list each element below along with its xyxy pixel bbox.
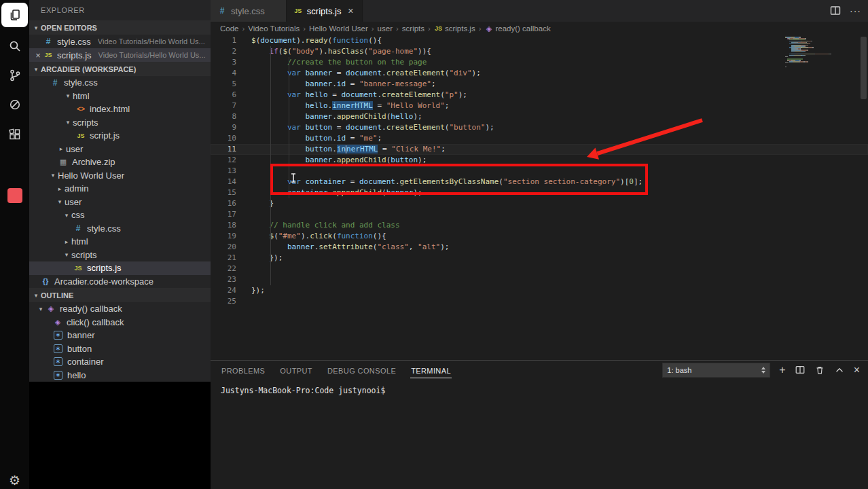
- workspace-tree-item[interactable]: JSscript.js: [29, 129, 211, 143]
- manage-button[interactable]: ⚙: [0, 467, 29, 489]
- breadcrumb-label: ready() callback: [495, 24, 550, 33]
- workspace-tree-item[interactable]: {}Arcadier.code-workspace: [29, 275, 211, 289]
- js-file-icon: JS: [73, 265, 84, 272]
- search-view-button[interactable]: [0, 33, 29, 59]
- extensions-view-button[interactable]: [0, 122, 29, 147]
- code-line[interactable]: 1$(document).ready(function(){: [211, 35, 868, 46]
- code-line[interactable]: 12 banner.appendChild(button);: [211, 155, 868, 166]
- breadcrumb-item[interactable]: Hello World User: [309, 24, 368, 33]
- outline-header[interactable]: ▾ OUTLINE: [29, 288, 211, 302]
- code-line[interactable]: 23: [211, 274, 868, 285]
- code-text: [236, 209, 251, 220]
- tree-item-label: script.js: [90, 130, 120, 141]
- code-line[interactable]: 21 });: [211, 253, 868, 264]
- workspace-tree-item[interactable]: ▾user: [29, 196, 211, 209]
- editor-tab-scripts-js[interactable]: JSscripts.js×: [287, 0, 363, 22]
- explorer-view-button[interactable]: [0, 2, 29, 28]
- code-line[interactable]: 5 banner.id = "banner-message";: [211, 79, 868, 90]
- outline-item[interactable]: ◈click() callback: [29, 316, 211, 329]
- workspace-tree-item[interactable]: <>index.html: [29, 103, 211, 116]
- code-line[interactable]: 17: [211, 209, 868, 220]
- code-text: if($("body").hasClass("page-home")){: [236, 46, 431, 57]
- open-editors-header[interactable]: ▾ OPEN EDITORS: [29, 20, 211, 35]
- line-number: 2: [211, 46, 236, 57]
- open-editor-item[interactable]: #style.cssVideo Tutorials/Hello World Us…: [29, 35, 211, 48]
- terminal-select[interactable]: 1: bash: [662, 363, 770, 378]
- editor-tab-style-css[interactable]: #style.css: [211, 0, 287, 22]
- workspace-header[interactable]: ▾ ARCADIER (WORKSPACE): [29, 62, 211, 76]
- outline-item[interactable]: ▾◈ready() callback: [29, 302, 211, 316]
- close-panel-icon[interactable]: ×: [854, 365, 860, 376]
- code-line[interactable]: 10 button.id = "me";: [211, 133, 868, 144]
- split-terminal-icon[interactable]: [795, 365, 806, 376]
- workspace-tree-item[interactable]: #style.css: [29, 76, 211, 90]
- code-line[interactable]: 16 }: [211, 198, 868, 209]
- panel-tab-problems[interactable]: PROBLEMS: [221, 363, 266, 378]
- code-line[interactable]: 18 // handle click and add class: [211, 220, 868, 231]
- code-line[interactable]: 25: [211, 296, 868, 307]
- maximize-panel-icon[interactable]: [834, 365, 845, 376]
- debug-view-button[interactable]: [0, 92, 29, 117]
- outline-item[interactable]: ∗button: [29, 342, 211, 356]
- panel-tab-debug-console[interactable]: DEBUG CONSOLE: [327, 363, 397, 378]
- line-number: 19: [211, 231, 236, 242]
- code-line[interactable]: 22: [211, 264, 868, 274]
- breadcrumb-item[interactable]: Code: [220, 24, 239, 33]
- breadcrumb-item[interactable]: user: [378, 24, 393, 33]
- html-file-icon: <>: [75, 105, 86, 113]
- new-terminal-icon[interactable]: +: [779, 365, 785, 376]
- code-line[interactable]: 7 hello.innerHTML = "Hello World";: [211, 101, 868, 111]
- code-line[interactable]: 2 if($("body").hasClass("page-home")){: [211, 46, 868, 57]
- breadcrumb-item[interactable]: Video Tutorials: [248, 24, 300, 33]
- workspace-tree-item[interactable]: JSscripts.js: [29, 261, 211, 275]
- close-tab-icon[interactable]: ×: [345, 5, 356, 16]
- code-text: [236, 166, 251, 177]
- outline-item[interactable]: ∗container: [29, 355, 211, 369]
- breadcrumb-item[interactable]: scripts: [402, 24, 424, 33]
- panel-tab-output[interactable]: OUTPUT: [279, 363, 313, 378]
- code-line[interactable]: 11 button.innerHTML = "Click Me!";: [211, 144, 868, 155]
- code-editor[interactable]: 1$(document).ready(function(){2 if($("bo…: [211, 35, 868, 360]
- code-line[interactable]: 15 container.appendChild(banner);: [211, 187, 868, 198]
- panel-tab-terminal[interactable]: TERMINAL: [410, 363, 452, 378]
- breadcrumb-item[interactable]: JSscripts.js: [434, 24, 475, 33]
- workspace-tree-item[interactable]: ▸html: [29, 235, 211, 249]
- code-line[interactable]: 8 banner.appendChild(hello);: [211, 111, 868, 122]
- workspace-tree-item[interactable]: ▾scripts: [29, 116, 211, 130]
- terminal-prompt[interactable]: Justyns-MacBook-Pro:Code justynooi$: [211, 380, 868, 395]
- code-line[interactable]: 20 banner.setAttribute("class", "alt");: [211, 242, 868, 253]
- open-editor-item[interactable]: ×JSscripts.jsVideo Tutorials/Hello World…: [29, 48, 211, 62]
- close-editor-icon[interactable]: ×: [33, 50, 43, 60]
- line-number: 18: [211, 220, 236, 231]
- outline-item[interactable]: ∗hello: [29, 369, 211, 382]
- breadcrumb-item[interactable]: ◈ready() callback: [484, 24, 550, 33]
- code-line[interactable]: 19 $("#me").click(function(){: [211, 231, 868, 242]
- code-line[interactable]: 4 var banner = document.createElement("d…: [211, 68, 868, 79]
- split-editor-icon[interactable]: [829, 5, 842, 17]
- workspace-tree-item[interactable]: ▾css: [29, 209, 211, 222]
- code-line[interactable]: 24});: [211, 285, 868, 296]
- source-control-view-button[interactable]: [0, 62, 29, 88]
- code-line[interactable]: 9 var button = document.createElement("b…: [211, 122, 868, 133]
- code-line[interactable]: 13: [211, 166, 868, 177]
- workspace-tree-item[interactable]: ▸user: [29, 143, 211, 156]
- code-line[interactable]: 14 var container = document.getElementsB…: [211, 177, 868, 187]
- tree-item-label: button: [67, 344, 92, 354]
- editor-scrollbar[interactable]: [861, 37, 867, 99]
- tree-item-label: scripts.js: [87, 263, 122, 273]
- workspace-tree-item[interactable]: ▦Archive.zip: [29, 156, 211, 169]
- workspace-tree-item[interactable]: ▾scripts: [29, 249, 211, 262]
- workspace-tree-item[interactable]: ▸admin: [29, 182, 211, 196]
- custom-extension-button[interactable]: [0, 183, 29, 209]
- kill-terminal-icon[interactable]: [814, 365, 825, 376]
- workspace-tree-item[interactable]: #style.css: [29, 222, 211, 236]
- workspace-tree-item[interactable]: ▾Hello World User: [29, 169, 211, 183]
- more-actions-icon[interactable]: ···: [850, 5, 861, 16]
- workspace-tree-item[interactable]: ▾html: [29, 90, 211, 103]
- breadcrumb-label: Code: [220, 24, 239, 33]
- minimap[interactable]: [785, 37, 848, 69]
- outline-item[interactable]: ∗banner: [29, 329, 211, 342]
- code-line[interactable]: 3 //create the button on the page: [211, 57, 868, 68]
- sidebar-title: EXPLORER: [29, 0, 211, 20]
- code-line[interactable]: 6 var hello = document.createElement("p"…: [211, 90, 868, 101]
